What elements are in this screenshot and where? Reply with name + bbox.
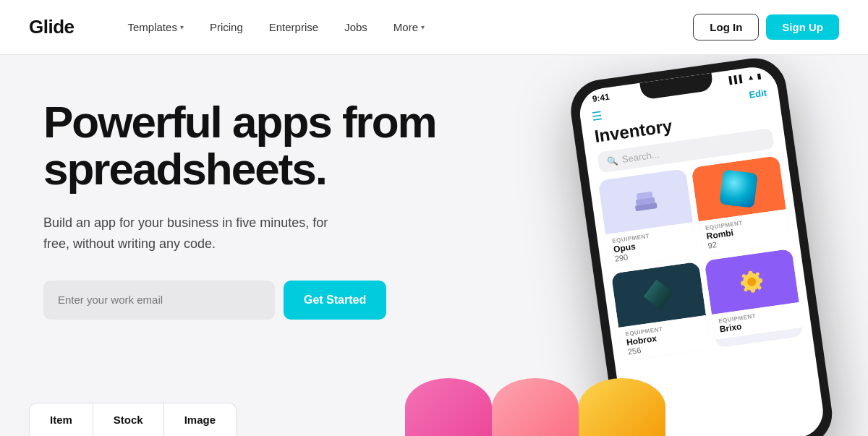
search-icon: 🔍 xyxy=(606,155,618,167)
svg-rect-7 xyxy=(741,280,746,285)
inventory-grid: EQUIPMENT Opus 290 EQUIPMENT Rombi xyxy=(590,154,812,362)
nav-link-jobs[interactable]: Jobs xyxy=(334,15,378,39)
inventory-card-opus[interactable]: EQUIPMENT Opus 290 xyxy=(598,168,698,268)
blob-peach xyxy=(492,378,579,436)
blob-pink xyxy=(405,378,492,436)
navbar: Glide Templates ▾ Pricing Enterprise Job… xyxy=(0,0,868,55)
hero-subtitle: Build an app for your business in five m… xyxy=(43,213,347,255)
svg-rect-5 xyxy=(748,270,753,276)
hero-title: Powerful apps from spreadsheets. xyxy=(43,98,463,192)
battery-icon: ▮ xyxy=(757,72,762,80)
table-col-stock: Stock xyxy=(93,403,164,436)
nav-links: Templates ▾ Pricing Enterprise Jobs More… xyxy=(118,15,694,39)
hero-content: Powerful apps from spreadsheets. Build a… xyxy=(43,91,463,436)
edit-button[interactable]: Edit xyxy=(749,87,767,100)
hero-section: Powerful apps from spreadsheets. Build a… xyxy=(0,55,868,436)
nav-link-pricing[interactable]: Pricing xyxy=(200,15,253,39)
inventory-card-hobrox[interactable]: EQUIPMENT Hobrox 256 xyxy=(611,262,711,362)
nav-link-more[interactable]: More ▾ xyxy=(383,15,435,39)
nav-link-enterprise[interactable]: Enterprise xyxy=(259,15,328,39)
blob-gold xyxy=(579,378,665,436)
menu-icon[interactable]: ☰ xyxy=(591,108,603,124)
search-placeholder: Search... xyxy=(621,149,660,165)
signup-button[interactable]: Sign Up xyxy=(766,14,839,40)
wifi-icon: ▲ xyxy=(746,72,754,81)
login-button[interactable]: Log In xyxy=(693,14,759,40)
table-col-image: Image xyxy=(164,403,236,436)
chevron-down-icon: ▾ xyxy=(180,23,184,31)
nav-link-templates[interactable]: Templates ▾ xyxy=(118,15,194,39)
svg-rect-6 xyxy=(750,287,755,293)
table-col-item: Item xyxy=(30,403,93,436)
inventory-card-brixo[interactable]: EQUIPMENT Brixo xyxy=(704,249,804,349)
diamond-shape xyxy=(642,278,676,312)
hero-blobs xyxy=(405,378,665,436)
svg-rect-8 xyxy=(757,278,763,283)
logo[interactable]: Glide xyxy=(29,16,75,38)
hero-cta: Get Started xyxy=(43,281,463,320)
signal-icon: ▌▌▌ xyxy=(728,74,745,84)
get-started-button[interactable]: Get Started xyxy=(284,281,386,320)
gem-shape xyxy=(719,169,757,208)
nav-actions: Log In Sign Up xyxy=(693,14,839,40)
table-hint: Item Stock Image xyxy=(29,403,237,436)
chevron-down-icon: ▾ xyxy=(421,23,425,31)
inventory-card-rombi[interactable]: EQUIPMENT Rombi 92 xyxy=(691,155,791,255)
email-input[interactable] xyxy=(43,281,275,320)
